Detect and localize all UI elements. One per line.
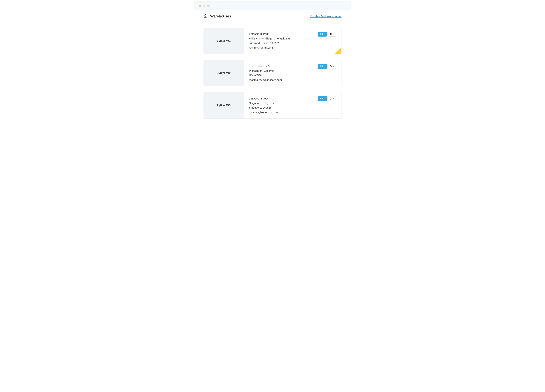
edit-button[interactable]: Edit xyxy=(318,96,327,101)
page-header: Warehouses Disable Multiwarehouse xyxy=(194,10,351,22)
address-line: 138 Cecil Street xyxy=(249,96,278,101)
warehouse-name: Zylker W2 xyxy=(217,71,231,75)
card-details-panel: 138 Cecil Street Singapore, Singapore Si… xyxy=(244,92,341,118)
settings-dropdown-button[interactable] xyxy=(328,64,336,69)
caret-down-icon xyxy=(333,34,334,35)
page-title: Warehouses xyxy=(210,14,231,18)
svg-point-4 xyxy=(207,17,207,17)
warehouse-card: Zylker W1 Estancia IT Park, Vallancherry… xyxy=(204,28,341,54)
address-block: Estancia IT Park, Vallancherry Village, … xyxy=(249,32,291,50)
caret-down-icon xyxy=(333,98,334,99)
edit-button[interactable]: Edit xyxy=(318,32,327,37)
warehouse-name: Zylker W1 xyxy=(217,39,231,43)
disable-multiwarehouse-link[interactable]: Disable Multiwarehouse xyxy=(310,15,341,18)
edit-button[interactable]: Edit xyxy=(318,64,327,69)
settings-dropdown-button[interactable] xyxy=(328,32,336,37)
page-header-left: Warehouses xyxy=(204,14,231,19)
warehouse-card: Zylker W2 4141 Hacienda Dr Pleasanton, C… xyxy=(204,60,341,86)
content-area: Zylker W1 Estancia IT Park, Vallancherry… xyxy=(194,22,351,127)
gear-icon xyxy=(329,33,332,36)
card-name-panel: Zylker W2 xyxy=(204,60,244,86)
card-details-panel: 4141 Hacienda Dr Pleasanton, Caliornia U… xyxy=(244,60,341,86)
contact-email: reshma.roy@zohocorp.com xyxy=(249,78,282,82)
contact-email: reshroy@gmail.com xyxy=(249,45,291,50)
window-titlebar xyxy=(194,1,351,10)
card-name-panel: Zylker W1 xyxy=(204,28,244,54)
address-block: 138 Cecil Street Singapore, Singapore Si… xyxy=(249,96,278,114)
gear-icon xyxy=(329,65,332,68)
contact-email: jeevan.j@zohocorp.com xyxy=(249,110,278,114)
card-actions: Edit xyxy=(318,32,336,37)
card-name-panel: Zylker W3 xyxy=(204,92,244,118)
address-line: Tamilnadu, India, 603202 xyxy=(249,41,291,45)
address-line: 4141 Hacienda Dr xyxy=(249,64,282,68)
gear-icon xyxy=(329,97,332,100)
warehouse-icon xyxy=(204,14,208,19)
card-actions: Edit xyxy=(318,64,336,69)
warehouse-card: Zylker W3 138 Cecil Street Singapore, Si… xyxy=(204,92,341,119)
primary-star-badge xyxy=(335,47,341,54)
address-block: 4141 Hacienda Dr Pleasanton, Caliornia U… xyxy=(249,64,282,82)
address-line: US, 94588 xyxy=(249,73,282,78)
address-line: Singapore, 069538 xyxy=(249,105,278,110)
address-line: Singapore, Singapore xyxy=(249,101,278,105)
caret-down-icon xyxy=(333,66,334,67)
close-window-button[interactable] xyxy=(199,5,201,7)
warehouse-name: Zylker W3 xyxy=(217,104,231,107)
address-line: Pleasanton, Caliornia xyxy=(249,68,282,73)
settings-dropdown-button[interactable] xyxy=(328,96,336,101)
window: Warehouses Disable Multiwarehouse Zylker… xyxy=(194,1,351,127)
minimize-window-button[interactable] xyxy=(203,5,205,7)
card-details-panel: Estancia IT Park, Vallancherry Village, … xyxy=(244,28,341,54)
address-line: Estancia IT Park, xyxy=(249,32,291,36)
address-line: Vallancherry Village, Chengalpattu, xyxy=(249,36,291,41)
card-actions: Edit xyxy=(318,96,336,101)
maximize-window-button[interactable] xyxy=(207,5,210,7)
